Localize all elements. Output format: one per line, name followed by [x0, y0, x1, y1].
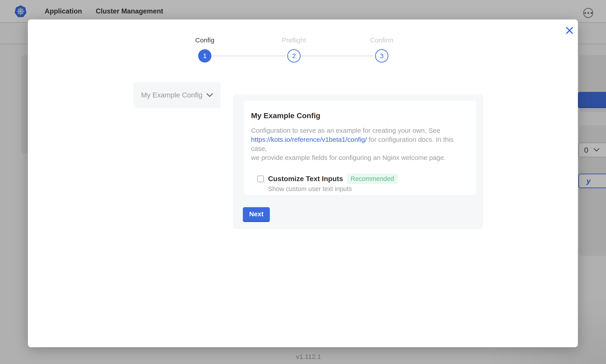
close-icon — [565, 26, 574, 35]
step-number-2: 2 — [292, 52, 296, 60]
step-label-preflight: Preflight — [261, 37, 327, 44]
step-connector-1 — [212, 55, 286, 57]
screen: Application Cluster Management 0 y v1.11… — [0, 0, 606, 364]
description-line-1: Configuration to serve as an example for… — [251, 127, 440, 134]
step-number-3: 3 — [380, 52, 384, 60]
step-number-1: 1 — [203, 52, 207, 60]
config-panel: My Example Config Configuration to serve… — [233, 94, 483, 229]
customize-text-inputs-label[interactable]: Customize Text Inputs — [268, 175, 343, 183]
chevron-down-icon — [206, 93, 213, 97]
config-group-description: Configuration to serve as an example for… — [251, 126, 469, 162]
step-circle-3: 3 — [375, 49, 388, 63]
recommended-badge: Recommended — [347, 174, 398, 184]
step-label-config: Config — [172, 37, 238, 44]
config-wizard-modal: Config Preflight Confirm 1 2 3 My Exampl… — [28, 19, 578, 347]
step-circle-2: 2 — [287, 49, 301, 63]
step-circle-1: 1 — [198, 49, 211, 63]
customize-text-inputs-help: Show custom user text inputs — [268, 185, 469, 193]
step-connector-2 — [302, 55, 374, 57]
config-group-selector-label: My Example Config — [141, 91, 202, 99]
config-group-selector[interactable]: My Example Config — [133, 82, 221, 108]
config-group-card: My Example Config Configuration to serve… — [244, 101, 476, 195]
config-docs-link[interactable]: https://kots.io/reference/v1beta1/config… — [251, 136, 367, 143]
next-button[interactable]: Next — [243, 207, 270, 221]
close-button[interactable] — [564, 25, 575, 36]
config-group-title: My Example Config — [251, 111, 469, 120]
customize-text-inputs-checkbox[interactable] — [257, 176, 264, 182]
customize-text-inputs-row: Customize Text Inputs Recommended — [257, 174, 469, 184]
description-line-3: we provide example fields for configurin… — [251, 154, 446, 161]
step-label-confirm: Confirm — [349, 37, 415, 44]
